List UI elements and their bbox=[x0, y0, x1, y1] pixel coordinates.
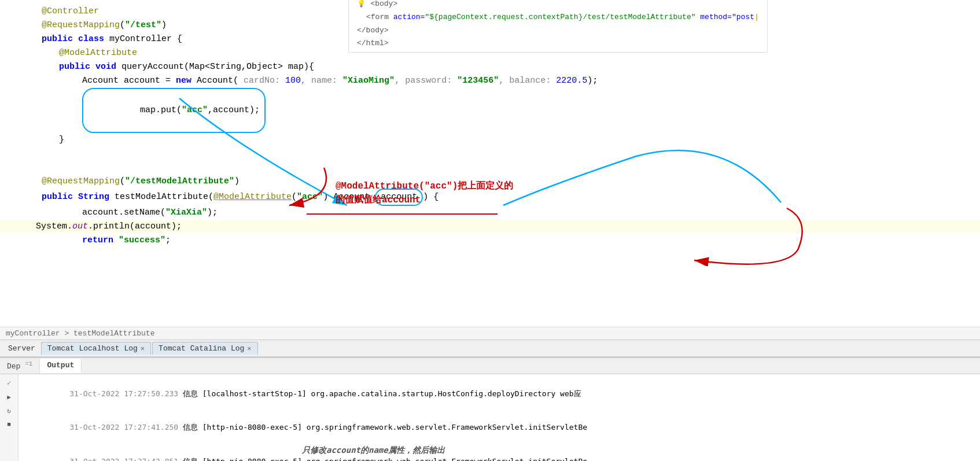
main-container: @Controller @RequestMapping("/test") pub… bbox=[0, 0, 980, 461]
annotation-controller: @Controller bbox=[42, 5, 99, 19]
spring-icon: ✓ bbox=[4, 378, 14, 388]
tabs-bar: Server Tomcat Localhost Log ✕ Tomcat Cat… bbox=[0, 340, 980, 357]
code-line-15: return "success"; bbox=[36, 234, 980, 248]
output-line-1: 31-Oct-2022 17:27:50.233 信息 [localhost-s… bbox=[24, 377, 974, 411]
bottom-tabs: Dep =1 Output bbox=[0, 358, 980, 374]
tab-tomcat-localhost[interactable]: Tomcat Localhost Log ✕ bbox=[41, 342, 151, 355]
tab-tomcat-catalina[interactable]: Tomcat Catalina Log ✕ bbox=[152, 342, 257, 355]
close-tab-2[interactable]: ✕ bbox=[247, 344, 251, 353]
code-editor: @Controller @RequestMapping("/test") pub… bbox=[0, 0, 980, 340]
close-tab-1[interactable]: ✕ bbox=[141, 344, 145, 353]
stop-icon[interactable]: ■ bbox=[4, 419, 14, 430]
code-line-6: Account account = new Account( cardNo: 1… bbox=[36, 74, 980, 88]
code-line-2: @RequestMapping("/test") bbox=[36, 19, 980, 32]
code-block: @Controller @RequestMapping("/test") pub… bbox=[13, 0, 980, 252]
code-line-12: public String testModelAttribute(@ModelA… bbox=[36, 189, 980, 206]
output-line-3: 31-Oct-2022 17:27:42.851 信息 [http-nio-80… bbox=[24, 444, 974, 461]
code-line-8: } bbox=[36, 133, 980, 147]
output-tab[interactable]: Output bbox=[40, 359, 82, 373]
code-line-7: map.put("acc",account); bbox=[36, 88, 980, 133]
modelattr-param: @ModelAttribute bbox=[213, 190, 292, 204]
code-line-4: @ModelAttribute bbox=[36, 46, 980, 60]
code-line-11: @RequestMapping("/testModelAttribute") bbox=[36, 175, 980, 189]
side-icons: ✓ ▶ ↻ ■ bbox=[0, 374, 19, 461]
breadcrumb-text: myController > testModelAttribute bbox=[6, 329, 154, 338]
output-area: 31-Oct-2022 17:27:50.233 信息 [localhost-s… bbox=[19, 374, 980, 461]
code-line-3: public class myController { bbox=[36, 32, 980, 46]
bottom-content: ✓ ▶ ↻ ■ 31-Oct-2022 17:27:50.233 信息 [loc… bbox=[0, 374, 980, 461]
code-line-10 bbox=[36, 161, 980, 175]
code-line-1: @Controller bbox=[36, 5, 980, 19]
server-label: Server bbox=[3, 344, 40, 353]
circle-account: account bbox=[375, 189, 423, 206]
annotation-requestmapping-1: @RequestMapping bbox=[42, 19, 120, 32]
output-note: 只修改account的name属性，然后输出 bbox=[302, 444, 445, 456]
code-line-5: public void queryAccount(Map<String,Obje… bbox=[36, 60, 980, 74]
annotation-requestmapping-2: @RequestMapping bbox=[42, 175, 120, 189]
circle-mapput: map.put("acc",account); bbox=[82, 88, 266, 133]
code-line-14: System.out.println(account); 💡 <body> <f… bbox=[0, 220, 980, 234]
code-line-9 bbox=[36, 147, 980, 161]
bottom-panel: Dep =1 Output ✓ ▶ ↻ ■ 31-Oct-2022 17:27:… bbox=[0, 357, 980, 461]
code-line-13: account.setName("XiaXia"); bbox=[36, 206, 980, 220]
output-line-2: 31-Oct-2022 17:27:41.250 信息 [http-nio-80… bbox=[24, 411, 974, 445]
run-icon[interactable]: ▶ bbox=[4, 392, 14, 402]
annotation-modelattr-1: @ModelAttribute bbox=[59, 46, 137, 60]
reload-icon[interactable]: ↻ bbox=[4, 405, 14, 416]
dep-label: Dep =1 bbox=[0, 358, 40, 373]
breadcrumb-bar: myController > testModelAttribute bbox=[0, 327, 980, 340]
